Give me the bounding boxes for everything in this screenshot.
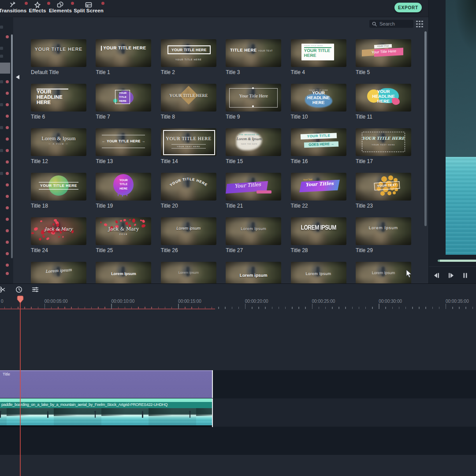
playhead-line[interactable] xyxy=(20,302,21,476)
sidebar-new-badge-dot xyxy=(6,103,9,106)
filmora-window: TransitionsEffectsElementsSplit Screen E… xyxy=(0,0,476,476)
title-template-thumb[interactable]: Lorem ipsum xyxy=(31,262,86,284)
sidebar-item-stub[interactable] xyxy=(0,172,3,175)
template-overlay: THE WEDDING OFLorem & IpsumSAVE THE DATE xyxy=(226,128,281,156)
elements-icon xyxy=(57,1,64,8)
collapse-panel-arrow[interactable] xyxy=(16,75,19,79)
sidebar-new-badge-dot xyxy=(6,206,9,209)
export-button[interactable]: EXPORT xyxy=(394,3,422,12)
timeline-video-clip[interactable]: paddle_boarding_on_a_lake_by_a_mountain_… xyxy=(0,398,213,427)
ruler-minor-tick xyxy=(131,307,132,309)
title-template-thumb[interactable]: YOUR TITLE HEREYOUR TITLE HERE xyxy=(161,39,216,67)
timeline-title-clip[interactable]: Title xyxy=(0,370,213,398)
title-template-thumb[interactable]: Lorem & Ipsum— A FILM — xyxy=(31,128,86,156)
play-button[interactable] xyxy=(448,273,454,278)
tab-label: Split Screen xyxy=(74,8,104,13)
template-overlay: Lorem Ipsum xyxy=(356,262,411,284)
title-template-thumb[interactable]: YOUR TEXT xyxy=(356,173,411,201)
title-template-thumb[interactable]: THE WEDDING OFLorem & IpsumSAVE THE DATE xyxy=(226,128,281,156)
tab-split-screen[interactable]: Split Screen xyxy=(71,0,106,17)
title-template-thumb[interactable]: YOUR TITLE HEREYOUR TEXT HERE xyxy=(161,128,216,156)
title-template-thumb[interactable]: YOURHEADLINEHERE xyxy=(356,84,411,112)
title-template-thumb[interactable]: YOURTITLEHERE xyxy=(96,84,151,112)
ruler-minor-tick xyxy=(11,307,12,309)
adjust-icon[interactable] xyxy=(32,286,39,293)
title-template-thumb[interactable]: YOUR TITLE HERE xyxy=(161,173,216,201)
title-template-thumb[interactable]: YOURTITLEHERE xyxy=(96,173,151,201)
ruler-minor-tick xyxy=(359,307,360,309)
ruler-minor-tick xyxy=(85,307,86,309)
track-audio-lane[interactable] xyxy=(0,427,476,455)
title-template-thumb[interactable]: Lorem Ipsum xyxy=(356,262,411,284)
title-template-thumb[interactable]: TITLE HERE YOUR TEXT xyxy=(226,39,281,67)
title-template-thumb[interactable]: Your TextYour Titles xyxy=(291,173,346,201)
filmstrip-frame xyxy=(149,408,196,425)
sidebar-item-stub[interactable] xyxy=(0,55,3,58)
sidebar-item-stub[interactable] xyxy=(0,103,3,106)
timeline-ruler[interactable]: 0 00:00:05:0000:00:10:0000:00:15:0000:00… xyxy=(0,294,476,312)
library-scrollbar[interactable] xyxy=(424,31,427,226)
sidebar-item-selected[interactable] xyxy=(0,63,10,74)
title-template-thumb[interactable]: Lorem Ipsum xyxy=(226,217,281,245)
sidebar-item-stub[interactable] xyxy=(0,80,3,83)
grid-view-icon[interactable] xyxy=(416,21,423,27)
ruler-major-tick xyxy=(312,304,313,309)
preview-progress-bar[interactable] xyxy=(438,260,476,262)
ruler-timecode: 00:00:15:00 xyxy=(178,299,201,304)
new-badge-dot xyxy=(101,2,104,5)
title-template-thumb[interactable]: Lorem Ipsum xyxy=(291,262,346,284)
title-template-thumb[interactable]: YOUR TITLE HEREYOUR TITLEHERE xyxy=(291,39,346,67)
ruler-timecode: 00:00:25:00 xyxy=(312,299,335,304)
sidebar-scrollbar[interactable] xyxy=(11,34,13,258)
template-overlay: YOURHEADLINEHERE xyxy=(31,84,86,112)
title-template-thumb[interactable]: LOREM IPSUM xyxy=(291,217,346,245)
ruler-minor-tick xyxy=(372,307,373,309)
title-template-thumb[interactable]: YOUR TITLE HERE xyxy=(161,84,216,112)
title-template-thumb[interactable]: Jack & Mary2018 xyxy=(96,217,151,245)
ruler-minor-tick xyxy=(252,307,253,309)
title-template-thumb[interactable]: Lorem Ipsum xyxy=(96,262,151,284)
scissors-icon[interactable] xyxy=(0,286,6,293)
video-clip-filename: paddle_boarding_on_a_lake_by_a_mountain_… xyxy=(1,402,213,407)
title-template-thumb[interactable]: Lorem ipsum xyxy=(161,262,216,284)
ruler-minor-tick xyxy=(465,307,466,309)
title-template-thumb[interactable]: Your Title Here xyxy=(226,84,281,112)
preview-video[interactable] xyxy=(446,0,476,255)
title-template-thumb[interactable]: YOUR TITLE HEREYOUR TEXT HERE xyxy=(356,128,411,156)
title-template-thumb[interactable]: Your Title HereYOUR TITLE xyxy=(356,39,411,67)
sidebar-item-stub[interactable] xyxy=(0,126,3,129)
timeline-toolbar xyxy=(0,285,476,294)
ruler-minor-tick xyxy=(58,307,59,309)
filmstrip-frame xyxy=(7,408,54,425)
title-template-thumb[interactable]: ← YOUR TITLE HERE → xyxy=(96,128,151,156)
title-template-thumb[interactable]: YOUR TEXT HEREYOURHEADLINEHERE xyxy=(291,84,346,112)
title-template-thumb[interactable]: Lorem ipsum xyxy=(161,217,216,245)
clock-icon[interactable] xyxy=(15,286,22,293)
sidebar-new-badge-dot xyxy=(6,115,9,118)
playhead-handle[interactable] xyxy=(17,295,24,304)
ruler-major-tick xyxy=(178,304,179,309)
title-template-thumb[interactable]: YOURHEADLINEHERE xyxy=(31,84,86,112)
title-template-thumb[interactable]: YOUR TITLE HERE xyxy=(31,173,86,201)
template-label: Title 7 xyxy=(96,114,110,120)
filmstrip-frame xyxy=(0,408,7,425)
title-template-thumb[interactable]: Jack & Mary xyxy=(31,217,86,245)
sidebar-item-stub[interactable] xyxy=(0,47,3,50)
title-template-thumb[interactable]: Your Titles xyxy=(226,173,281,201)
title-template-thumb[interactable]: Lorem Ipsum xyxy=(356,217,411,245)
sidebar-item-stub[interactable] xyxy=(0,26,3,29)
pause-button[interactable] xyxy=(463,273,467,278)
title-template-thumb[interactable]: YOUR TITLE HERE xyxy=(31,39,86,67)
sidebar-new-badge-dot xyxy=(6,92,9,95)
previous-frame-button[interactable] xyxy=(434,273,439,278)
title-template-thumb[interactable]: YOUR TITLE HERE xyxy=(96,39,151,67)
ruler-minor-tick xyxy=(305,307,306,309)
template-overlay: YOUR TITLE HEREYOUR TEXT HERE xyxy=(161,128,216,156)
title-template-thumb[interactable]: Lorem ipsum xyxy=(226,262,281,284)
search-input[interactable]: Search xyxy=(369,20,413,28)
title-template-thumb[interactable]: YOUR TITLEGOES HERE → xyxy=(291,128,346,156)
sidebar-item-stub[interactable] xyxy=(0,149,3,152)
template-label: Title 12 xyxy=(31,158,48,164)
sidebar-new-badge-dot xyxy=(6,183,9,186)
template-overlay: Your Titles xyxy=(226,173,281,201)
